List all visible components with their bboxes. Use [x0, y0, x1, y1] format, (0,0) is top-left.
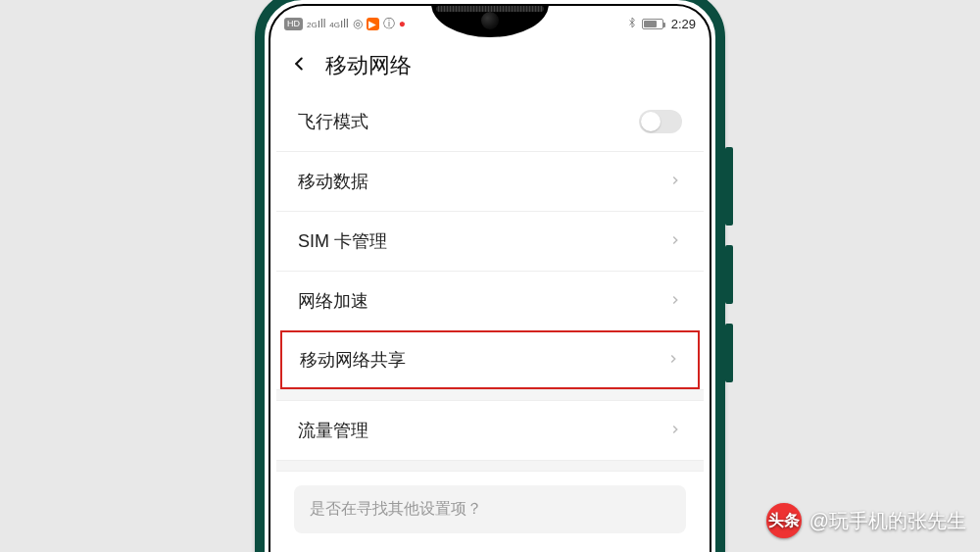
phone-frame: HD 2Gıll 4Gıll ◎ ▶ ⓘ ● 2:29 移动网络	[255, 0, 725, 552]
page-title: 移动网络	[325, 51, 412, 80]
setting-label: 移动网络共享	[300, 348, 406, 372]
signal-2g-icon: 2Gıll	[307, 17, 325, 30]
chevron-right-icon	[666, 350, 680, 371]
section-gap	[276, 389, 704, 401]
bluetooth-icon	[626, 17, 638, 31]
hd-badge: HD	[284, 18, 303, 30]
setting-label: 移动数据	[298, 170, 368, 193]
search-hint-card[interactable]: 是否在寻找其他设置项？	[294, 485, 686, 533]
setting-sim-management[interactable]: SIM 卡管理	[276, 212, 704, 272]
phone-side-button	[725, 245, 733, 304]
chevron-right-icon	[668, 172, 682, 192]
settings-list: 飞行模式 移动数据 SIM 卡管理 网络加速	[270, 92, 710, 533]
app-icon: ▶	[367, 18, 379, 30]
record-icon: ●	[399, 17, 406, 30]
page-header: 移动网络	[270, 41, 710, 92]
watermark-logo: 头条	[766, 503, 802, 538]
setting-label: 流量管理	[298, 419, 368, 442]
airplane-mode-toggle[interactable]	[639, 110, 682, 133]
setting-airplane-mode[interactable]: 飞行模式	[276, 92, 704, 152]
chevron-right-icon	[668, 291, 682, 312]
setting-mobile-data[interactable]: 移动数据	[276, 152, 704, 212]
setting-data-usage[interactable]: 流量管理	[276, 401, 704, 460]
setting-network-accel[interactable]: 网络加速	[276, 272, 704, 330]
chevron-right-icon	[668, 421, 682, 441]
setting-label: 网络加速	[298, 289, 368, 313]
setting-label: SIM 卡管理	[298, 229, 387, 253]
chevron-right-icon	[668, 231, 682, 252]
info-icon: ⓘ	[383, 16, 395, 32]
phone-side-button	[725, 147, 733, 226]
signal-4g-icon: 4Gıll	[329, 17, 348, 30]
search-hint-text: 是否在寻找其他设置项？	[310, 500, 482, 517]
status-time: 2:29	[671, 17, 696, 31]
back-button[interactable]	[288, 53, 310, 78]
section-gap	[276, 460, 704, 472]
setting-label: 飞行模式	[298, 110, 368, 133]
phone-side-button	[725, 324, 733, 382]
watermark-text: @玩手机的张先生	[809, 508, 966, 534]
hotspot-icon: ◎	[353, 17, 363, 30]
phone-earpiece	[436, 6, 544, 12]
highlight-annotation: 移动网络共享	[280, 330, 700, 389]
watermark: 头条 @玩手机的张先生	[766, 503, 966, 538]
setting-mobile-hotspot[interactable]: 移动网络共享	[282, 332, 698, 387]
battery-icon	[642, 19, 663, 29]
